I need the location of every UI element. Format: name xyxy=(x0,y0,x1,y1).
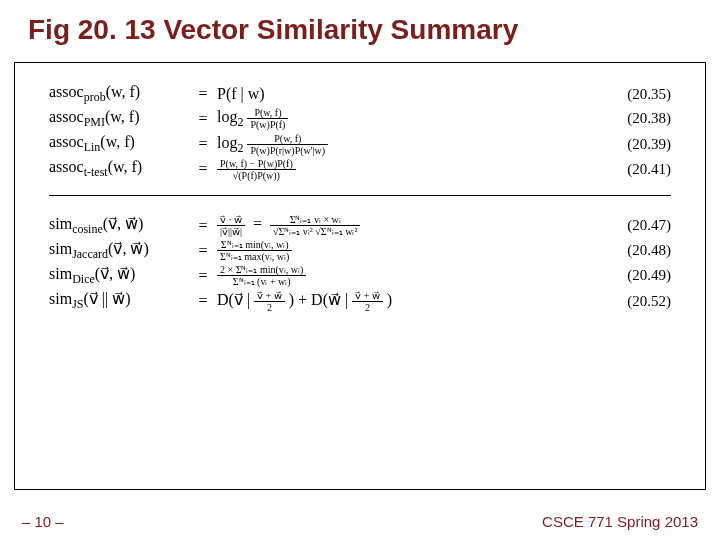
equals: = xyxy=(189,160,217,178)
log-prefix: log xyxy=(217,108,237,125)
rhs: P(f | w) xyxy=(217,85,601,103)
frac-num: Σᴺᵢ₌₁ min(vᵢ, wᵢ) xyxy=(217,239,292,251)
page-number: – 10 – xyxy=(22,513,64,530)
fn-sub: PMI xyxy=(84,115,105,129)
eq-tag: (20.39) xyxy=(601,136,671,153)
eq-tag: (20.49) xyxy=(601,267,671,284)
equals: = xyxy=(189,292,217,310)
frac-den: Σᴺᵢ₌₁ (vᵢ + wᵢ) xyxy=(217,276,306,287)
log-prefix: log xyxy=(217,134,237,151)
d-prefix: D(v⃗ | xyxy=(217,291,250,308)
eq-row: simDice(v⃗, w⃗) = 2 × Σᴺᵢ₌₁ min(vᵢ, wᵢ)Σ… xyxy=(49,264,671,287)
rhs: D(v⃗ | v⃗ + w⃗2 ) + D(w⃗ | v⃗ + w⃗2 ) xyxy=(217,290,601,313)
rhs: 2 × Σᴺᵢ₌₁ min(vᵢ, wᵢ)Σᴺᵢ₌₁ (vᵢ + wᵢ) xyxy=(217,264,601,287)
fn-name: assoc xyxy=(49,133,84,150)
frac-den: √(P(f)P(w)) xyxy=(217,170,296,181)
d-mid: ) + D(w⃗ | xyxy=(289,291,348,308)
eq-tag: (20.47) xyxy=(601,217,671,234)
course-label: CSCE 771 Spring 2013 xyxy=(542,513,698,530)
fn-args: (v⃗, w⃗) xyxy=(108,240,149,257)
eq-row: assocprob(w, f) = P(f | w) (20.35) xyxy=(49,83,671,105)
eq-row: assoct-test(w, f) = P(w, f) − P(w)P(f)√(… xyxy=(49,158,671,181)
fn-sub: JS xyxy=(72,298,83,312)
equals: = xyxy=(189,85,217,103)
log-base: 2 xyxy=(237,116,243,130)
eq-row: simcosine(v⃗, w⃗) = v⃗ · w⃗|v⃗||w⃗| = Σᴺ… xyxy=(49,214,671,237)
fn-name: assoc xyxy=(49,83,84,100)
eq-tag: (20.41) xyxy=(601,161,671,178)
fn-name: assoc xyxy=(49,108,84,125)
frac-den: P(w)P(f) xyxy=(247,119,288,130)
rhs: Σᴺᵢ₌₁ min(vᵢ, wᵢ)Σᴺᵢ₌₁ max(vᵢ, wᵢ) xyxy=(217,239,601,262)
equals: = xyxy=(189,110,217,128)
fn-args: (w, f) xyxy=(106,83,141,100)
frac-den: 2 xyxy=(352,302,383,313)
frac-num: 2 × Σᴺᵢ₌₁ min(vᵢ, wᵢ) xyxy=(217,264,306,276)
rhs: v⃗ · w⃗|v⃗||w⃗| = Σᴺᵢ₌₁ vᵢ × wᵢ√Σᴺᵢ₌₁ vᵢ… xyxy=(217,214,601,237)
fn-sub: Jaccard xyxy=(72,247,108,261)
fn-sub: Lin xyxy=(84,140,101,154)
equation-box: assocprob(w, f) = P(f | w) (20.35) assoc… xyxy=(14,62,706,490)
slide-footer: – 10 – CSCE 771 Spring 2013 xyxy=(0,513,720,530)
frac-den: |v⃗||w⃗| xyxy=(217,226,245,237)
fn-args: (v⃗, w⃗) xyxy=(95,265,136,282)
rhs: log2 P(w, f)P(w)P(f) xyxy=(217,107,601,130)
fn-name: assoc xyxy=(49,158,84,175)
frac-den: P(w)P(r|w)P(w'|w) xyxy=(247,145,328,156)
fn-name: sim xyxy=(49,265,72,282)
equals: = xyxy=(189,217,217,235)
eq-row: assocPMI(w, f) = log2 P(w, f)P(w)P(f) (2… xyxy=(49,107,671,130)
equals: = xyxy=(189,135,217,153)
rhs: log2 P(w, f)P(w)P(r|w)P(w'|w) xyxy=(217,133,601,156)
fn-args: (w, f) xyxy=(100,133,135,150)
rhs: P(w, f) − P(w)P(f)√(P(f)P(w)) xyxy=(217,158,601,181)
assoc-section: assocprob(w, f) = P(f | w) (20.35) assoc… xyxy=(49,83,671,181)
fn-args: (w, f) xyxy=(105,108,140,125)
frac-den: √Σᴺᵢ₌₁ vᵢ² √Σᴺᵢ₌₁ wᵢ² xyxy=(270,226,360,237)
fn-sub: prob xyxy=(84,90,106,104)
eq-row: simJS(v⃗ || w⃗) = D(v⃗ | v⃗ + w⃗2 ) + D(… xyxy=(49,289,671,312)
frac-den: Σᴺᵢ₌₁ max(vᵢ, wᵢ) xyxy=(217,251,292,262)
equals: = xyxy=(189,242,217,260)
equals: = xyxy=(189,267,217,285)
fn-name: sim xyxy=(49,290,72,307)
fn-name: sim xyxy=(49,240,72,257)
fn-sub: Dice xyxy=(72,272,95,286)
frac-num: Σᴺᵢ₌₁ vᵢ × wᵢ xyxy=(270,214,360,226)
frac-num: P(w, f) − P(w)P(f) xyxy=(217,158,296,170)
frac-num: v⃗ · w⃗ xyxy=(217,214,245,226)
fn-sub: cosine xyxy=(72,222,103,236)
sim-section: simcosine(v⃗, w⃗) = v⃗ · w⃗|v⃗||w⃗| = Σᴺ… xyxy=(49,214,671,313)
section-divider xyxy=(49,195,671,196)
log-base: 2 xyxy=(237,141,243,155)
fn-args: (v⃗ || w⃗) xyxy=(83,290,130,307)
fn-args: (w, f) xyxy=(108,158,143,175)
eq-tag: (20.38) xyxy=(601,110,671,127)
eq-row: assocLin(w, f) = log2 P(w, f)P(w)P(r|w)P… xyxy=(49,133,671,156)
frac-num: P(w, f) xyxy=(247,107,288,119)
eq-row: simJaccard(v⃗, w⃗) = Σᴺᵢ₌₁ min(vᵢ, wᵢ)Σᴺ… xyxy=(49,239,671,262)
eq-tag: (20.48) xyxy=(601,242,671,259)
frac-num: P(w, f) xyxy=(247,133,328,145)
eq-tag: (20.52) xyxy=(601,293,671,310)
d-suffix: ) xyxy=(387,291,392,308)
fn-args: (v⃗, w⃗) xyxy=(103,215,144,232)
fn-sub: t-test xyxy=(84,166,108,180)
frac-num: v⃗ + w⃗ xyxy=(352,290,383,302)
frac-den: 2 xyxy=(254,302,285,313)
slide-title: Fig 20. 13 Vector Similarity Summary xyxy=(0,0,720,52)
eq-tag: (20.35) xyxy=(601,86,671,103)
frac-num: v⃗ + w⃗ xyxy=(254,290,285,302)
fn-name: sim xyxy=(49,215,72,232)
